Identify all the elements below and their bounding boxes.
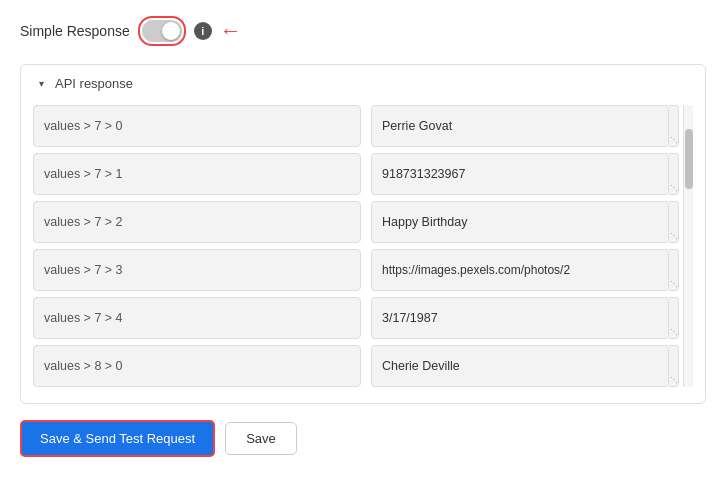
resize-handle-3[interactable]: ⋱ [669,249,679,291]
api-response-section: ▾ API response values > 7 > 0 Perrie Gov… [20,64,706,404]
value-field-4[interactable]: 3/17/1987 [371,297,669,339]
simple-response-toggle[interactable] [142,20,182,42]
arrow-annotation: ← [220,20,242,42]
resize-dots: ⋱ [670,281,678,287]
resize-handle-4[interactable]: ⋱ [669,297,679,339]
value-field-2[interactable]: Happy Birthday [371,201,669,243]
resize-dots: ⋱ [670,137,678,143]
key-field-5: values > 8 > 0 [33,345,361,387]
resize-dots: ⋱ [670,329,678,335]
key-field-1: values > 7 > 1 [33,153,361,195]
api-response-label: API response [55,76,133,91]
resize-handle-0[interactable]: ⋱ [669,105,679,147]
page-scrollbar[interactable] [683,105,693,387]
value-field-3[interactable]: https://images.pexels.com/photos/2 [371,249,669,291]
chevron-down-icon[interactable]: ▾ [33,75,49,91]
table-row: values > 8 > 0 Cherie Deville ⋱ [33,345,679,387]
resize-dots: ⋱ [670,185,678,191]
resize-handle-5[interactable]: ⋱ [669,345,679,387]
table-row: values > 7 > 4 3/17/1987 ⋱ [33,297,679,339]
scrollbar-thumb[interactable] [685,129,693,189]
resize-handle-2[interactable]: ⋱ [669,201,679,243]
value-field-5[interactable]: Cherie Deville [371,345,669,387]
info-icon[interactable]: i [194,22,212,40]
key-field-4: values > 7 > 4 [33,297,361,339]
api-response-row: ▾ API response [33,75,693,91]
table-row: values > 7 > 0 Perrie Govat ⋱ [33,105,679,147]
key-field-0: values > 7 > 0 [33,105,361,147]
table-row: values > 7 > 3 https://images.pexels.com… [33,249,679,291]
toggle-knob [162,22,180,40]
resize-dots: ⋱ [670,233,678,239]
simple-response-label: Simple Response [20,23,130,39]
value-field-0[interactable]: Perrie Govat [371,105,669,147]
table-row: values > 7 > 1 918731323967 ⋱ [33,153,679,195]
value-field-1[interactable]: 918731323967 [371,153,669,195]
table-row: values > 7 > 2 Happy Birthday ⋱ [33,201,679,243]
resize-handle-1[interactable]: ⋱ [669,153,679,195]
key-field-3: values > 7 > 3 [33,249,361,291]
resize-dots: ⋱ [670,377,678,383]
save-button[interactable]: Save [225,422,297,455]
simple-response-toggle-wrapper[interactable] [138,16,186,46]
footer: Save & Send Test Request Save [20,420,706,457]
key-field-2: values > 7 > 2 [33,201,361,243]
save-send-test-request-button[interactable]: Save & Send Test Request [20,420,215,457]
